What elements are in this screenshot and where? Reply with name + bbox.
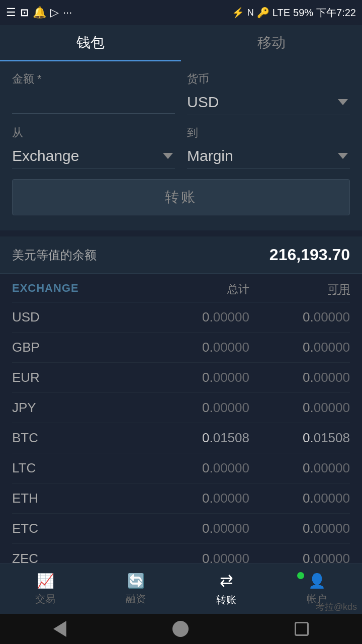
amount-label: 金额 * [12,71,175,87]
form-area: 金额 * 货币 USD 从 Exchange [0,61,362,230]
send-icon: ▷ [50,6,59,19]
exchange-section-title: EXCHANGE [12,282,149,297]
home-icon [172,621,189,637]
total-cell: 0.00000 [149,460,249,476]
signal-icon: LTE [273,7,290,19]
amount-input[interactable] [12,90,175,114]
exchange-header: EXCHANGE 总计 可用 [12,274,350,302]
nav-transfer[interactable]: ⇄ 转账 [181,564,272,614]
from-label: 从 [12,125,175,140]
total-cell: 0.00000 [149,400,249,416]
table-row: USD 0.00000 0.00000 [12,302,350,333]
to-select[interactable]: Margin [187,143,350,169]
tab-wallet[interactable]: 钱包 [0,25,181,61]
nav-trade[interactable]: 📈 交易 [0,564,90,614]
from-group: 从 Exchange [12,125,175,169]
currency-cell: EUR [12,370,149,385]
table-row: ETC 0.00000 0.00000 [12,514,350,544]
table-row: GBP 0.00000 0.00000 [12,333,350,363]
avail-cell: 0.00000 [249,340,350,355]
total-cell: 0.00000 [149,370,249,385]
bottom-nav: 📈 交易 🔄 融资 ⇄ 转账 👤 帐户 [0,564,362,614]
table-row: EUR 0.00000 0.00000 [12,363,350,393]
balance-area: 美元等值的余额 216,193.70 [0,236,362,274]
recents-button[interactable] [295,622,309,636]
avail-cell: 0.00000 [249,460,350,476]
nav-trade-label: 交易 [35,592,55,606]
total-cell: 0.00000 [149,521,249,536]
from-to-row: 从 Exchange 到 Margin [12,125,350,169]
battery-icon: 59% [293,7,313,19]
watermark: 考拉@kds [316,601,357,613]
avail-cell: 0.00000 [249,309,350,325]
avail-cell: 0.00000 [249,400,350,416]
to-chevron-icon [338,153,348,159]
status-bar: ☰ ⊡ 🔔 ▷ ··· ⚡ N 🔑 LTE 59% 下午7:22 [0,0,362,25]
table-row: JPY 0.00000 0.00000 [12,393,350,423]
avail-cell: 0.00000 [249,370,350,385]
total-cell: 0.00000 [149,340,249,355]
to-value: Margin [187,147,350,165]
status-right: ⚡ N 🔑 LTE 59% 下午7:22 [232,6,356,20]
back-icon [53,621,66,637]
currency-cell: ETH [12,491,149,506]
s-icon: ⊡ [20,7,29,19]
nav-finance[interactable]: 🔄 融资 [90,564,181,614]
table-row: ETH 0.00000 0.00000 [12,484,350,514]
col-avail-header: 可用 [249,282,350,297]
bluetooth-icon: ⚡ [232,7,244,19]
transfer-btn-wrapper: 转账 [12,179,350,215]
currency-group: 货币 USD [187,71,350,115]
finance-icon: 🔄 [127,573,145,589]
table-row: LTC 0.00000 0.00000 [12,453,350,484]
bell-icon: 🔔 [33,6,46,19]
currency-cell: LTC [12,460,149,476]
currency-cell: BTC [12,430,149,446]
currency-chevron-icon [338,99,348,105]
key-icon: 🔑 [257,7,269,19]
currency-label: 货币 [187,71,350,87]
total-cell: 0.00000 [149,309,249,325]
balance-value: 216,193.70 [269,246,350,264]
status-left: ☰ ⊡ 🔔 ▷ ··· [6,6,72,19]
nfc-icon: N [247,8,254,18]
recents-icon [295,622,309,636]
online-dot [297,572,304,579]
from-value: Exchange [12,147,175,165]
currency-select[interactable]: USD [187,90,350,115]
transfer-button[interactable]: 转账 [12,179,350,215]
tab-move[interactable]: 移动 [181,25,362,61]
home-bar [0,614,362,644]
currency-value: USD [187,94,350,111]
avail-cell: 0.00000 [249,521,350,536]
tab-bar: 钱包 移动 [0,25,362,61]
col-total-header: 总计 [149,282,249,297]
to-label: 到 [187,125,350,140]
currency-cell: ETC [12,521,149,536]
table-row: BTC 0.01508 0.01508 [12,423,350,453]
dots-icon: ··· [63,6,72,19]
amount-currency-row: 金额 * 货币 USD [12,71,350,115]
currency-cell: GBP [12,340,149,355]
currency-cell: JPY [12,400,149,416]
home-button[interactable] [172,621,189,637]
from-select[interactable]: Exchange [12,143,175,169]
amount-group: 金额 * [12,71,175,115]
trade-icon: 📈 [37,573,54,589]
currency-cell: USD [12,309,149,325]
nav-transfer-label: 转账 [216,593,236,607]
transfer-icon: ⇄ [220,571,233,590]
time-display: 下午7:22 [316,6,356,20]
total-cell: 0.01508 [149,430,249,446]
balance-label: 美元等值的余额 [12,247,97,263]
back-button[interactable] [53,621,66,637]
account-icon: 👤 [308,573,326,589]
to-group: 到 Margin [187,125,350,169]
menu-icon: ☰ [6,6,16,19]
avail-cell: 0.00000 [249,491,350,506]
avail-cell: 0.01508 [249,430,350,446]
from-chevron-icon [163,153,173,159]
nav-finance-label: 融资 [126,592,146,606]
total-cell: 0.00000 [149,491,249,506]
